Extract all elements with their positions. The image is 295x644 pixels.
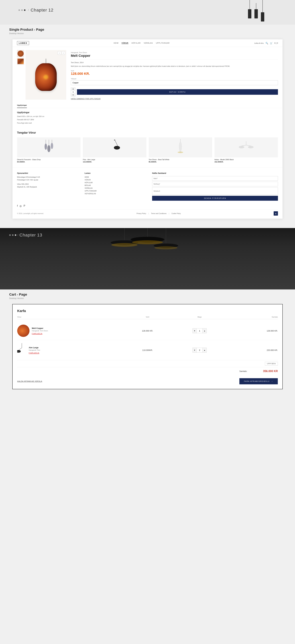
info-title: Upplýsingar bbox=[17, 111, 278, 114]
related-item-4[interactable]: Astop - Model 2065 Black 152.000KR. bbox=[214, 138, 278, 163]
footer-name-input[interactable] bbox=[152, 176, 278, 181]
chapter12-dots bbox=[19, 9, 26, 11]
search-icon[interactable]: 🔍 bbox=[265, 42, 268, 44]
footer-hours-1: Mánudaga til fimmtudaga 9-18 bbox=[17, 176, 80, 178]
nav-heim[interactable]: HEIM bbox=[114, 42, 119, 44]
svg-point-3 bbox=[45, 144, 47, 150]
cart-qty-down-2[interactable]: ▼ bbox=[193, 348, 196, 352]
qty-input[interactable] bbox=[71, 90, 75, 94]
product-description: Melt ljósin eru skemmtileg lítnum málmhú… bbox=[71, 65, 278, 68]
wishlist-count: 0 | 0 bbox=[274, 42, 278, 44]
info-line-2: Pæsiálík MÁ 627 2BW bbox=[17, 118, 278, 121]
cart-qty-control-1: ▼ ▲ bbox=[174, 328, 226, 333]
lamp-shade-3 bbox=[261, 12, 264, 22]
pinterest-icon[interactable]: P bbox=[24, 204, 25, 208]
chapter13-overlay: / Chapter 13 bbox=[0, 228, 295, 242]
lamp-wire-2 bbox=[256, 3, 256, 9]
footer-submit-button[interactable]: SENDA FYRIRSPURN bbox=[152, 196, 278, 201]
footer-link-heim[interactable]: HEIM bbox=[85, 176, 148, 178]
nav-upplysingar[interactable]: UPPLÝSINGAR bbox=[156, 42, 170, 44]
footer-terms[interactable]: Terms and Condtiones bbox=[151, 213, 167, 214]
product-contact-link[interactable]: HAFÐU SAMBAND FYRIR UPPLÝSINGAR bbox=[71, 98, 278, 100]
cart-qty-input-2[interactable] bbox=[196, 348, 203, 352]
footer-link-verdlag[interactable]: VERÐLAG bbox=[85, 187, 148, 189]
nav-hofular[interactable]: HÖFULAR bbox=[132, 42, 141, 44]
related-name-3: Tom Dixon - Beat Tall White bbox=[149, 158, 212, 160]
svg-point-7 bbox=[114, 140, 115, 140]
related-image-3 bbox=[149, 138, 212, 158]
scroll-to-top-button[interactable]: ▲ bbox=[274, 211, 278, 216]
svg-point-9 bbox=[114, 146, 120, 149]
footer-link-hofular[interactable]: HÖFULAR bbox=[85, 182, 148, 184]
main-product-image: ‹ › bbox=[26, 50, 66, 100]
site-footer: Opnunartími Mánudaga til fimmtudaga 9-18… bbox=[13, 167, 282, 219]
nav-vorur[interactable]: VÖRUR bbox=[122, 42, 128, 44]
prev-image-btn[interactable]: ‹ bbox=[58, 51, 61, 55]
product-content-area: ‹ › Hangandi, Tom Dixon Melt Copper Tom … bbox=[13, 47, 282, 103]
cart-qty-down-1[interactable]: ▼ bbox=[193, 328, 196, 333]
cart-summary-row: Samtals: 356.000 KR bbox=[239, 370, 278, 373]
related-image-4 bbox=[214, 138, 278, 158]
cart-qty-input-1[interactable] bbox=[196, 328, 203, 333]
user-icon[interactable]: 0 | 0 bbox=[274, 42, 278, 44]
thumb-1[interactable] bbox=[17, 50, 24, 57]
footer-message-input[interactable] bbox=[152, 187, 278, 195]
footer-divider-2: | bbox=[169, 213, 169, 214]
chapter13-header: / Chapter 13 bbox=[0, 228, 295, 242]
footer-link-vefverslun[interactable]: VEFVERSLUN bbox=[85, 193, 148, 194]
cart-item-name-2: Aim Large bbox=[29, 346, 40, 349]
chapter13-title-text: Chapter 13 bbox=[19, 233, 42, 238]
qty-up-btn[interactable]: ▲ bbox=[71, 88, 75, 90]
cart-actions: HALDA ÁFRAM AÐ VERSLA FARA ÁFRAM/GREIÐSL… bbox=[17, 376, 278, 384]
cart-remove-1[interactable]: FJARLÆGJA bbox=[32, 333, 48, 334]
cart-price-2: 110.000KR. bbox=[121, 349, 173, 351]
related-grid: Diesel & Foscarini - Glass Drop 84.000KR… bbox=[17, 138, 278, 163]
footer-social: f ◎ P bbox=[17, 204, 278, 208]
footer-grid: Opnunartími Mánudaga til fimmtudaga 9-18… bbox=[17, 172, 278, 201]
astop-svg bbox=[238, 141, 254, 154]
nav-logo[interactable]: LUMEX bbox=[17, 41, 29, 45]
footer-cookie[interactable]: Cookie Policy bbox=[171, 213, 181, 214]
footer-email-input[interactable] bbox=[152, 182, 278, 186]
svg-line-28 bbox=[19, 348, 22, 350]
continue-shopping-link[interactable]: HALDA ÁFRAM AÐ VERSLA bbox=[17, 380, 42, 382]
cart-remove-2[interactable]: FJARLÆGJA bbox=[29, 352, 40, 354]
next-image-btn[interactable]: › bbox=[62, 51, 65, 55]
related-item-3[interactable]: Tom Dixon - Beat Tall White 95.000KR. bbox=[149, 138, 212, 163]
nav-search-label[interactable]: Leita af vöru bbox=[254, 42, 264, 44]
variant-select[interactable]: Copper Gold Silver bbox=[71, 80, 278, 85]
checkout-button[interactable]: FARA ÁFRAM/GREIÐSLU → bbox=[239, 378, 278, 384]
aim-large-cart-svg bbox=[17, 343, 27, 357]
footer-contact-title: Hafðu Samband bbox=[152, 172, 278, 174]
footer-hours-2: Föstudaga 9-18 / Hér og þar bbox=[17, 179, 80, 181]
cart-qty-up-2[interactable]: ▲ bbox=[203, 348, 206, 352]
cart-qty-up-1[interactable]: ▲ bbox=[203, 328, 206, 333]
pendant-1 bbox=[248, 0, 251, 22]
thumb-2[interactable] bbox=[17, 58, 24, 65]
update-cart-button[interactable]: UPPFÆRA bbox=[265, 362, 278, 366]
related-price-2: 115.000KR. bbox=[83, 161, 146, 163]
ch13-slash: / bbox=[18, 234, 18, 236]
footer-link-vorur[interactable]: VÖRUR bbox=[85, 179, 148, 181]
footer-privacy[interactable]: Privacy Policy bbox=[137, 213, 146, 214]
product-details: Hangandi, Tom Dixon Melt Copper Tom Dixo… bbox=[71, 50, 278, 100]
related-name-2: Flos - Aim Large bbox=[83, 158, 146, 160]
cart-item-text-1: Melt Copper Hangandi: Tom Dixon FJARLÆGJ… bbox=[32, 327, 48, 334]
footer-col-openings: Opnunartími Mánudaga til fimmtudaga 9-18… bbox=[17, 172, 80, 201]
related-item-1[interactable]: Diesel & Foscarini - Glass Drop 84.000KR… bbox=[17, 138, 81, 163]
add-to-cart-button[interactable]: SETJA Í KÖRFU bbox=[77, 89, 278, 95]
cart-qty-box-2: ▼ ▲ bbox=[192, 348, 207, 352]
instagram-icon[interactable]: ◎ bbox=[20, 204, 22, 208]
nav-verdlag[interactable]: VERÐLAG bbox=[144, 42, 153, 44]
cart-row-1: Melt Copper Hangandi: Tom Dixon FJARLÆGJ… bbox=[17, 322, 278, 340]
footer-link-biolar[interactable]: BÍÓLAR bbox=[85, 184, 148, 186]
cart-update-section: UPPFÆRA bbox=[17, 360, 278, 367]
lamp-shade-1 bbox=[248, 9, 251, 18]
related-item-2[interactable]: Flos - Aim Large 115.000KR. bbox=[83, 138, 146, 163]
cart-icon[interactable]: 🛒 bbox=[270, 42, 272, 44]
facebook-icon[interactable]: f bbox=[17, 204, 18, 208]
cart-qty-control-2: ▼ ▲ bbox=[174, 348, 226, 352]
qty-down-btn[interactable]: ▼ bbox=[71, 94, 75, 96]
tab-upplysingar[interactable]: Upplýsingar bbox=[17, 103, 27, 108]
footer-link-upplysingar[interactable]: UPPLÝSINGAR bbox=[85, 190, 148, 192]
